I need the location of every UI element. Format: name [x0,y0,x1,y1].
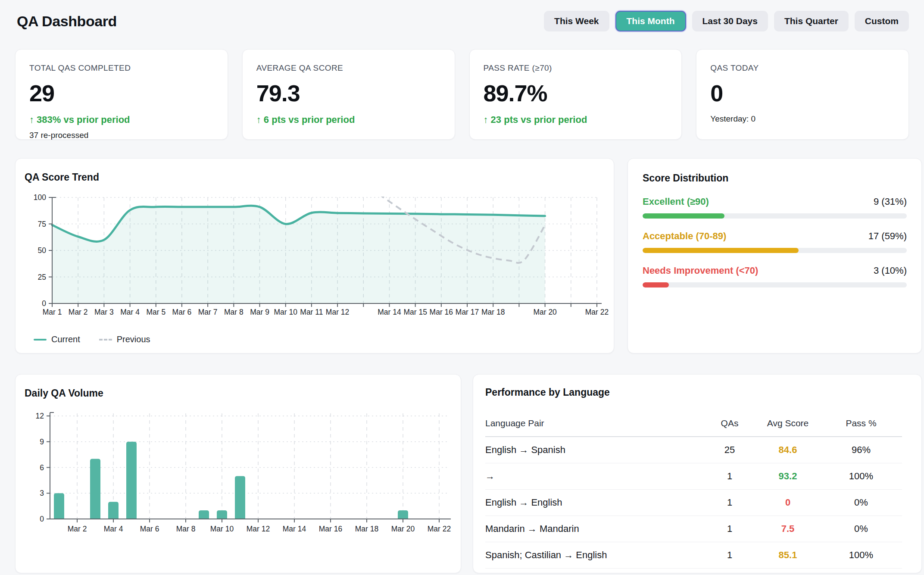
distribution-rows: Excellent (≥90)9 (31%)Acceptable (70-89)… [643,196,907,288]
kpi-card-average-qa-score: AVERAGE QA SCORE79.3↑ 6 pts vs prior per… [242,49,455,140]
distribution-label: Needs Improvement (<70) [643,265,758,276]
qa-score-trend-chart: 0255075100Mar 1Mar 2Mar 3Mar 4Mar 5Mar 6… [16,186,615,331]
pass-pct-cell: 96% [820,444,902,456]
svg-text:Mar 8: Mar 8 [176,525,196,533]
avg-score-cell: 84.6 [755,444,820,456]
trend-legend: CurrentPrevious [34,334,150,344]
language-table-header: Language PairQAsAvg ScorePass % [485,418,902,437]
avg-score-cell: 7.5 [755,523,820,534]
table-header-language-pair: Language Pair [485,418,704,428]
svg-text:0: 0 [40,515,44,523]
svg-text:Mar 18: Mar 18 [481,308,505,316]
svg-text:Mar 6: Mar 6 [172,308,192,316]
range-button-this-month[interactable]: This Month [615,11,686,31]
language-table-body: English → Spanish2584.696%→193.2100%Engl… [485,437,902,569]
kpi-card-total-qas-completed: TOTAL QAS COMPLETED29↑ 383% vs prior per… [15,49,228,140]
progress-fill [643,248,799,253]
qa-dashboard-page: QA Dashboard This WeekThis MonthLast 30 … [0,0,924,575]
svg-text:50: 50 [38,246,47,255]
page-header: QA Dashboard This WeekThis MonthLast 30 … [17,9,909,34]
svg-text:12: 12 [36,412,44,420]
range-button-this-week[interactable]: This Week [544,11,609,31]
distribution-row-acceptable-70-89: Acceptable (70-89)17 (59%) [643,231,907,253]
distribution-value: 9 (31%) [874,196,907,207]
progress-track [643,248,907,253]
svg-text:75: 75 [38,220,46,228]
svg-text:Mar 14: Mar 14 [283,525,306,533]
daily-qa-volume-chart: 036912Mar 2Mar 4Mar 6Mar 8Mar 10Mar 12Ma… [16,402,462,561]
kpi-label: QAS TODAY [710,63,895,73]
performance-by-language-card: Performance by Language Language PairQAs… [473,374,922,573]
table-row: English → Spanish2584.696% [485,437,902,463]
svg-text:Mar 16: Mar 16 [319,525,342,533]
svg-text:Mar 22: Mar 22 [585,308,609,316]
kpi-card-qas-today: QAS TODAY0Yesterday: 0 [696,49,909,140]
svg-text:Mar 17: Mar 17 [456,308,479,316]
distribution-value: 17 (59%) [868,231,907,242]
qas-cell: 1 [704,550,755,561]
pass-pct-cell: 0% [820,523,902,534]
table-header-pass: Pass % [820,418,902,428]
svg-text:Mar 8: Mar 8 [224,308,243,316]
svg-text:Mar 20: Mar 20 [391,525,415,533]
avg-score-cell: 0 [755,497,820,508]
kpi-value: 79.3 [256,80,441,106]
kpi-sub: 37 re-processed [29,131,214,140]
svg-text:Mar 2: Mar 2 [69,308,88,316]
kpi-delta: ↑ 6 pts vs prior period [256,114,441,125]
qas-cell: 1 [704,497,755,508]
qa-score-trend-card: QA Score Trend 0255075100Mar 1Mar 2Mar 3… [15,158,614,353]
page-title: QA Dashboard [17,13,117,30]
daily-qa-volume-card: Daily QA Volume 036912Mar 2Mar 4Mar 6Mar… [15,374,461,573]
distribution-row-head: Acceptable (70-89)17 (59%) [643,231,907,242]
qas-cell: 1 [704,523,755,534]
range-button-custom[interactable]: Custom [855,11,909,31]
svg-text:Mar 5: Mar 5 [146,308,165,316]
svg-text:Mar 1: Mar 1 [43,308,62,316]
kpi-sub: Yesterday: 0 [710,114,895,124]
avg-score-cell: 93.2 [755,471,820,482]
kpi-label: TOTAL QAS COMPLETED [29,63,214,73]
svg-text:Mar 12: Mar 12 [247,525,270,533]
pass-pct-cell: 100% [820,550,902,561]
kpi-value: 89.7% [484,80,668,106]
kpi-delta: ↑ 23 pts vs prior period [484,114,668,125]
pass-pct-cell: 0% [820,497,902,508]
table-header-avg-score: Avg Score [755,418,820,428]
table-header-qas: QAs [704,418,755,428]
svg-text:Mar 18: Mar 18 [355,525,378,533]
pass-pct-cell: 100% [820,471,902,482]
svg-text:0: 0 [42,299,46,308]
kpi-value: 29 [29,80,214,106]
distribution-label: Excellent (≥90) [643,196,709,207]
legend-swatch-current [34,339,47,341]
svg-text:6: 6 [40,463,44,472]
performance-title: Performance by Language [485,387,902,398]
svg-text:Mar 10: Mar 10 [274,308,297,316]
svg-text:Mar 4: Mar 4 [120,308,140,316]
legend-item-previous: Previous [99,334,150,344]
svg-text:Mar 22: Mar 22 [428,525,451,533]
kpi-card-pass-rate-70: PASS RATE (≥70)89.7%↑ 23 pts vs prior pe… [469,49,682,140]
svg-text:3: 3 [40,489,44,497]
date-range-selector: This WeekThis MonthLast 30 DaysThis Quar… [544,11,909,31]
svg-text:Mar 16: Mar 16 [430,308,453,316]
progress-fill [643,282,669,288]
kpi-label: PASS RATE (≥70) [484,63,668,73]
volume-title: Daily QA Volume [16,375,461,399]
progress-track [643,213,907,219]
range-button-last-30-days[interactable]: Last 30 Days [692,11,768,31]
trend-title: QA Score Trend [16,159,614,183]
qas-cell: 25 [704,444,755,456]
svg-text:100: 100 [34,193,46,202]
range-button-this-quarter[interactable]: This Quarter [774,11,849,31]
svg-text:Mar 9: Mar 9 [250,308,269,316]
language-pair-cell: English → Spanish [485,444,704,456]
table-row: →193.2100% [485,463,902,490]
language-pair-cell: → [485,471,704,482]
svg-text:Mar 10: Mar 10 [210,525,234,533]
svg-text:Mar 15: Mar 15 [403,308,427,316]
legend-swatch-previous [99,339,112,341]
table-row: English → English100% [485,490,902,516]
score-distribution-card: Score Distribution Excellent (≥90)9 (31%… [627,158,922,353]
